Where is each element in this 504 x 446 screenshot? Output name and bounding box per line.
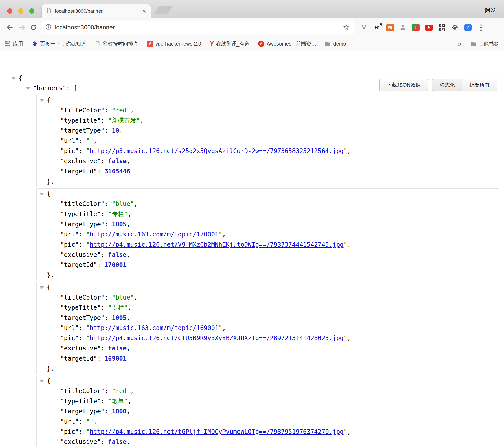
json-property: "pic": "http://p4.music.126.net/tGPljf-I… [60, 427, 499, 437]
json-object-close: }, [47, 270, 499, 280]
browser-tab[interactable]: localhost:3000/banner × [42, 4, 151, 18]
bookmark-apps[interactable]: 应用 [5, 40, 23, 47]
browser-menu-icon[interactable] [476, 23, 485, 32]
json-url-link[interactable]: http://p4.music.126.net/CTU5B9R9y3XyYBZX… [90, 335, 344, 342]
baidu-paw-icon [32, 41, 38, 47]
json-property: "targetType": 1000, [60, 406, 499, 417]
window-controls [7, 8, 34, 14]
json-array-item-box: {"titleColor": "blue","typeTitle": "专栏",… [36, 282, 499, 374]
json-property: "url": "", [60, 136, 499, 146]
t-shield-extension-icon[interactable]: T [411, 23, 421, 32]
bookmark-label: 应用 [13, 40, 23, 47]
json-property: "url": "", [60, 417, 499, 427]
apps-grid-icon [5, 41, 11, 47]
json-url-link[interactable]: http://p3.music.126.net/s25q2x5QyqsAzilC… [90, 147, 344, 155]
json-root-open: { [19, 73, 504, 83]
collapse-toggle-icon[interactable] [11, 77, 16, 80]
close-window-button[interactable] [7, 8, 12, 14]
bookmark-label: 在线翻译_有道 [216, 40, 249, 47]
page-content: 下载JSON数据 格式化 折叠所有 {"banners": [{"titleCo… [0, 73, 504, 446]
json-property: "pic": "http://p4.music.126.net/V9-MXz6b… [60, 240, 499, 250]
fe-extension-icon[interactable]: FE [385, 23, 395, 32]
json-url-link[interactable]: http://p4.music.126.net/V9-MXz6b2MNhEKju… [90, 241, 344, 248]
new-tab-button[interactable] [154, 6, 173, 14]
json-property: "exclusive": false, [60, 250, 499, 260]
minimize-window-button[interactable] [18, 8, 23, 14]
json-property: "typeTitle": "专栏", [60, 303, 499, 313]
json-banners-open: "banners": [ [33, 83, 504, 93]
json-object-open: { [47, 189, 499, 199]
folder-icon [325, 41, 331, 47]
forward-button[interactable] [16, 22, 27, 33]
json-property: "typeTitle": "新碟首发", [60, 115, 499, 126]
bookmark-demo-folder[interactable]: demo [325, 41, 346, 47]
youtube-extension-icon[interactable] [424, 23, 433, 32]
bookmark-label: vue-hackernews-2.0 [155, 41, 201, 47]
json-property: "url": "http://music.163.com/m/topic/170… [60, 229, 499, 240]
json-property: "titleColor": "blue", [60, 199, 499, 209]
json-property: "exclusive": false, [60, 437, 499, 446]
json-property: "targetId": 169001 [60, 353, 499, 364]
vimium-extension-icon[interactable]: V [359, 23, 369, 32]
url-text[interactable]: localhost:3000/banner [55, 24, 115, 31]
collaborator-extension-icon[interactable] [398, 23, 408, 32]
browser-toolbar: localhost:3000/banner V en英 FE T ✓ [0, 18, 504, 37]
collapse-toggle-icon[interactable] [40, 193, 44, 195]
reload-button[interactable] [27, 22, 39, 33]
json-url-link[interactable]: http://music.163.com/m/topic/170001 [90, 231, 219, 238]
bookmark-label: demo [333, 41, 346, 47]
json-property: "exclusive": false, [60, 343, 499, 353]
json-object-close: }, [47, 176, 499, 187]
collapse-toggle-icon[interactable] [40, 380, 44, 382]
bookmark-awesomes[interactable]: A Awesomes - 前端资… [258, 40, 316, 47]
collapse-toggle-icon[interactable] [26, 87, 30, 90]
json-url-link[interactable]: http://p4.music.126.net/tGPljf-IMOCyPvum… [90, 428, 344, 435]
json-property: "targetId": 3165446 [60, 166, 499, 176]
json-object-open: { [47, 95, 499, 105]
json-property: "typeTitle": "专栏", [60, 209, 499, 219]
json-array-item-box: {"titleColor": "red","typeTitle": "歌单","… [36, 376, 499, 446]
address-bar[interactable]: localhost:3000/banner [41, 21, 355, 34]
json-object-open: { [47, 282, 499, 292]
json-object-open: { [47, 376, 499, 386]
zoom-window-button[interactable] [29, 8, 34, 14]
other-bookmarks-folder[interactable]: 其他书签 [470, 40, 499, 47]
bookmarks-overflow-chevron[interactable]: » [458, 40, 461, 48]
back-button[interactable] [4, 22, 16, 33]
page-favicon-icon [46, 8, 52, 15]
translate-extension-icon[interactable]: en英 [372, 23, 382, 32]
tab-close-icon[interactable]: × [142, 8, 147, 14]
qr-code-extension-icon[interactable] [437, 23, 446, 32]
bookmark-label: 其他书签 [479, 40, 499, 47]
json-property: "titleColor": "red", [60, 105, 499, 115]
collapse-toggle-icon[interactable] [40, 99, 44, 102]
json-property: "targetType": 1005, [60, 219, 499, 229]
youdao-y-icon: Y [210, 40, 214, 47]
json-property: "pic": "http://p3.music.126.net/s25q2x5Q… [60, 146, 499, 156]
security-check-extension-icon[interactable]: ✓ [463, 23, 472, 32]
json-property: "titleColor": "blue", [60, 292, 499, 303]
json-url-link[interactable]: http://music.163.com/m/topic/169001 [90, 324, 219, 332]
json-property: "pic": "http://p4.music.126.net/CTU5B9R9… [60, 333, 499, 343]
json-property: "url": "http://music.163.com/m/topic/169… [60, 323, 499, 333]
bookmark-label: 谷歌按时间排序 [103, 40, 138, 47]
bookmark-vue-hackernews[interactable]: V vue-hackernews-2.0 [147, 41, 201, 47]
json-property: "targetType": 10, [60, 126, 499, 136]
json-object-close: }, [47, 364, 499, 374]
json-property: "titleColor": "red", [60, 386, 499, 396]
json-property: "targetId": 170001 [60, 260, 499, 270]
bookmark-baidu[interactable]: 百度一下，你就知道 [32, 40, 86, 47]
folder-icon [470, 41, 476, 47]
paw-extension-icon[interactable] [450, 23, 459, 32]
profile-name[interactable]: 阿发 [485, 7, 496, 14]
v-badge-icon: V [147, 41, 153, 47]
page-info-icon[interactable] [45, 24, 52, 31]
bookmark-youdao[interactable]: Y 在线翻译_有道 [210, 40, 249, 47]
extension-icons: V en英 FE T ✓ [359, 23, 485, 32]
json-property: "targetType": 1005, [60, 313, 499, 323]
collapse-toggle-icon[interactable] [40, 286, 44, 289]
bookmarks-bar: 应用 百度一下，你就知道 谷歌按时间排序 V vue-hackernews-2.… [0, 37, 504, 51]
bookmark-star-icon[interactable] [342, 23, 351, 32]
bookmark-google-sort[interactable]: 谷歌按时间排序 [95, 40, 138, 47]
awesomes-a-icon: A [258, 41, 264, 47]
